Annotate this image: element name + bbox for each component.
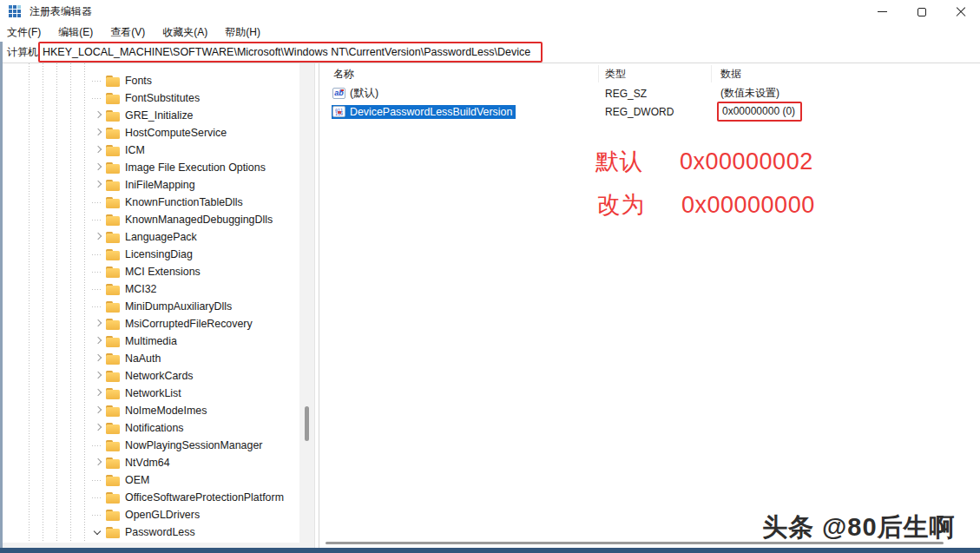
chevron-right-icon[interactable]: [92, 127, 104, 139]
maximize-icon: [918, 8, 926, 16]
annotation-changed-value: 改为 0x00000000: [597, 189, 815, 221]
chevron-right-icon[interactable]: [92, 144, 104, 156]
tree-item-label: KnownFunctionTableDlls: [125, 196, 243, 208]
tree-item-passwordless[interactable]: PasswordLess: [3, 523, 299, 541]
tree-item-label: FontSubstitutes: [125, 92, 200, 104]
folder-icon: [106, 93, 120, 104]
minimize-button[interactable]: [863, 0, 902, 23]
folder-icon: [106, 232, 120, 243]
tree-item-label: PasswordLess: [125, 526, 195, 538]
tree-item-notifications[interactable]: Notifications: [3, 419, 299, 437]
chevron-right-icon[interactable]: [92, 335, 104, 347]
tree-item-opengldrivers[interactable]: OpenGLDrivers: [3, 506, 299, 523]
tree-item-body: NtVdm64: [106, 457, 170, 469]
chevron-right-icon[interactable]: [92, 179, 104, 191]
tree-item-knownmanageddebuggingdlls[interactable]: KnownManagedDebuggingDlls: [3, 211, 299, 228]
chevron-right-icon[interactable]: [92, 352, 104, 365]
menu-favorites[interactable]: 收藏夹(A): [162, 23, 216, 42]
tree-item-body: NaAuth: [106, 352, 161, 365]
tree-connector: [92, 474, 104, 486]
registry-tree-panel: FontsFontSubstitutesGRE_InitializeHostCo…: [3, 63, 299, 543]
menu-edit[interactable]: 编辑(E): [58, 23, 102, 42]
tree-item-oem[interactable]: OEM: [3, 471, 299, 489]
window-bottom-border: [0, 548, 980, 553]
menu-file[interactable]: 文件(F): [7, 23, 49, 42]
tree-item-naauth[interactable]: NaAuth: [3, 350, 299, 367]
value-type-cell: REG_DWORD: [599, 106, 712, 118]
value-rows: ab(默认)REG_SZ(数值未设置)011 110DevicePassword…: [319, 84, 980, 121]
tree-item-body: PasswordLess: [106, 526, 195, 538]
tree-item-label: ICM: [125, 144, 145, 156]
value-name-box: ab(默认): [332, 85, 382, 102]
chevron-right-icon[interactable]: [92, 422, 104, 434]
tree-item-minidumpauxiliarydlls[interactable]: MiniDumpAuxiliaryDlls: [3, 298, 299, 315]
tree-item-msicorruptedfilerecovery[interactable]: MsiCorruptedFileRecovery: [3, 315, 299, 332]
tree-item-body: MCI32: [106, 283, 157, 295]
tree-item-label: OEM: [125, 474, 149, 486]
chevron-right-icon[interactable]: [92, 387, 104, 399]
chevron-right-icon[interactable]: [92, 109, 104, 122]
chevron-right-icon[interactable]: [92, 457, 104, 469]
folder-icon: [106, 319, 120, 330]
address-path-input[interactable]: HKEY_LOCAL_MACHINE\SOFTWARE\Microsoft\Wi…: [43, 46, 530, 58]
value-row[interactable]: ab(默认)REG_SZ(数值未设置): [319, 84, 980, 102]
tree-item-networklist[interactable]: NetworkList: [3, 385, 299, 402]
tree-connector: [92, 196, 104, 208]
tree-item-label: NowPlayingSessionManager: [125, 439, 262, 451]
window-left-border: [0, 42, 3, 553]
folder-icon: [106, 301, 120, 313]
tree-connector: [92, 300, 104, 313]
menu-view[interactable]: 查看(V): [110, 23, 154, 42]
tree-item-networkcards[interactable]: NetworkCards: [3, 367, 299, 385]
folder-icon: [106, 492, 120, 504]
tree-item-label: Fonts: [125, 75, 152, 87]
tree-item-knownfunctiontabledlls[interactable]: KnownFunctionTableDlls: [3, 194, 299, 211]
tree-item-nowplayingsessionmanager[interactable]: NowPlayingSessionManager: [3, 437, 299, 454]
folder-icon: [106, 405, 120, 417]
tree-item-noimemodeimes[interactable]: NoImeModeImes: [3, 402, 299, 419]
chevron-right-icon[interactable]: [92, 161, 104, 174]
tree-item-body: NetworkList: [106, 387, 181, 399]
watermark: 头条 @80后生啊: [762, 510, 956, 545]
tree-item-image-file-execution-options[interactable]: Image File Execution Options: [3, 159, 299, 176]
tree-item-licensingdiag[interactable]: LicensingDiag: [3, 246, 299, 263]
column-header-type[interactable]: 类型: [599, 65, 712, 82]
folder-icon: [106, 527, 120, 538]
tree-item-body: FontSubstitutes: [106, 92, 200, 104]
chevron-right-icon[interactable]: [92, 231, 104, 243]
tree-item-officesoftwareprotectionplatform[interactable]: OfficeSoftwareProtectionPlatform: [3, 489, 299, 506]
chevron-right-icon[interactable]: [92, 370, 104, 382]
tree-item-label: MCI Extensions: [125, 266, 201, 278]
tree-item-multimedia[interactable]: Multimedia: [3, 332, 299, 350]
value-type-cell: REG_SZ: [599, 88, 712, 100]
tree-item-mci-extensions[interactable]: MCI Extensions: [3, 263, 299, 280]
tree-item-mci32[interactable]: MCI32: [3, 280, 299, 298]
chevron-down-icon[interactable]: [92, 526, 104, 538]
tree-item-inifilemapping[interactable]: IniFileMapping: [3, 176, 299, 194]
value-row[interactable]: 011 110DevicePasswordLessBuildVersionREG…: [319, 102, 980, 121]
maximize-button[interactable]: [902, 0, 941, 23]
tree-vertical-scrollbar[interactable]: [299, 63, 314, 549]
chevron-right-icon[interactable]: [92, 318, 104, 330]
tree-item-body: NowPlayingSessionManager: [106, 439, 262, 451]
tree-item-ntvdm64[interactable]: NtVdm64: [3, 454, 299, 471]
menu-help[interactable]: 帮助(H): [225, 23, 269, 42]
chevron-right-icon[interactable]: [92, 405, 104, 417]
close-button[interactable]: [941, 0, 980, 23]
tree-item-hostcomputeservice[interactable]: HostComputeService: [3, 124, 299, 142]
tree-item-gre-initialize[interactable]: GRE_Initialize: [3, 107, 299, 124]
tree-scrollbar-thumb[interactable]: [305, 406, 309, 441]
column-header-name[interactable]: 名称: [319, 65, 599, 82]
tree-item-fonts[interactable]: Fonts: [3, 72, 299, 89]
tree-item-fontsubstitutes[interactable]: FontSubstitutes: [3, 89, 299, 107]
tree-item-label: NtVdm64: [125, 457, 170, 469]
tree-item-label: MsiCorruptedFileRecovery: [125, 318, 253, 330]
value-data-cell: 0x00000000 (0): [712, 102, 980, 122]
tree-connector: [92, 92, 104, 104]
column-header-data[interactable]: 数据: [712, 65, 980, 82]
tree-item-languagepack[interactable]: LanguagePack: [3, 228, 299, 246]
value-data-cell: (数值未设置): [712, 86, 980, 101]
tree-item-label: HostComputeService: [125, 127, 227, 139]
tree-item-icm[interactable]: ICM: [3, 142, 299, 159]
folder-icon: [106, 145, 120, 156]
